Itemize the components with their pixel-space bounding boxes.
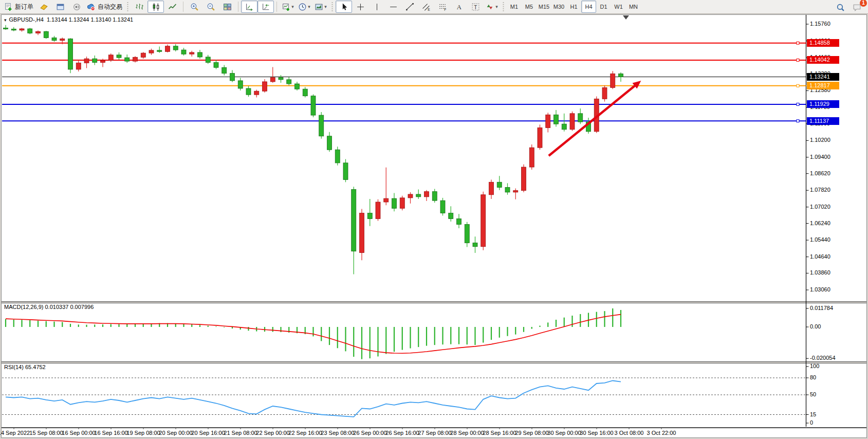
bar-chart-icon: [135, 3, 144, 11]
price-tick-label: 1.03060: [810, 286, 830, 292]
cursor-button[interactable]: [336, 1, 352, 13]
toolbar-right-group: 1: [832, 1, 865, 13]
price-tick-label: 1.05440: [810, 236, 830, 243]
trend-line-icon: [405, 3, 414, 11]
price-tick-label: 1.07820: [810, 187, 830, 193]
crosshair-button[interactable]: [352, 1, 368, 13]
new-order-label: 新订单: [15, 3, 33, 11]
new-chart-button[interactable]: ▾: [280, 1, 296, 13]
auto-scroll-icon: [245, 3, 254, 11]
new-order-button[interactable]: 新订单: [2, 1, 35, 13]
timeframe-M1-button[interactable]: M1: [507, 1, 522, 13]
styler-icon: [40, 3, 48, 11]
templates-icon: [315, 3, 323, 11]
auto-trading-icon: [87, 3, 96, 11]
horizontal-line-icon: [389, 3, 398, 11]
chart-title: ▾GBPUSD-,H4 1.13144 1.13244 1.13140 1.13…: [4, 16, 133, 23]
main-toolbar: 新订单自动交易▾▾▾EFAT▾M1M5M15M30H1H4D1W1MN: [0, 0, 868, 14]
text-button[interactable]: A: [451, 1, 467, 13]
timeframe-H1-button[interactable]: H1: [566, 1, 581, 13]
sound-icon: [72, 3, 81, 11]
price-badge: 1.14042: [807, 56, 839, 64]
new-order-icon: [4, 3, 13, 11]
period-button[interactable]: ▾: [296, 1, 312, 13]
text-icon: A: [455, 3, 464, 11]
zoom-out-button[interactable]: [202, 1, 219, 13]
timeframe-MN-button[interactable]: MN: [626, 1, 641, 13]
crosshair-icon: [356, 3, 365, 11]
toolbar-grip[interactable]: [126, 2, 129, 12]
arrows-button[interactable]: ▾: [484, 1, 500, 13]
price-tick-label: 1.04640: [810, 253, 830, 260]
macd-scale-zero: 0.00: [810, 323, 821, 330]
timeframe-M5-button[interactable]: M5: [522, 1, 537, 13]
vertical-line-button[interactable]: [368, 1, 385, 13]
market-watch-icon: [56, 3, 65, 11]
price-badge: 1.11929: [807, 100, 839, 108]
market-watch-button[interactable]: [52, 1, 68, 13]
toolbar-grip[interactable]: [331, 2, 334, 12]
equidistant-channel-button[interactable]: E: [418, 1, 434, 13]
trend-line-button[interactable]: [401, 1, 418, 13]
candlestick-chart-button[interactable]: [147, 1, 164, 13]
zoom-in-button[interactable]: [186, 1, 202, 13]
timeframe-D1-button[interactable]: D1: [596, 1, 611, 13]
bar-chart-button[interactable]: [131, 1, 147, 13]
price-tick-label: 1.08620: [810, 170, 830, 176]
horizontal-line-button[interactable]: [385, 1, 401, 13]
toolbar-separator: [183, 2, 183, 12]
timeframe-M15-button[interactable]: M15: [537, 1, 551, 13]
price-pane[interactable]: [2, 15, 866, 302]
rsi-scale-label: 15: [810, 411, 816, 417]
zoom-out-icon: [207, 3, 215, 11]
search-icon: [836, 3, 845, 12]
auto-trading-button[interactable]: 自动交易: [85, 1, 124, 13]
price-tick-label: 1.03860: [810, 269, 830, 276]
toolbar-grip[interactable]: [502, 2, 505, 12]
auto-scroll-button[interactable]: [241, 1, 257, 13]
dropdown-arrow-icon[interactable]: ▾: [495, 4, 498, 9]
templates-button[interactable]: ▾: [312, 1, 329, 13]
svg-text:T: T: [474, 4, 477, 10]
dropdown-arrow-icon[interactable]: ▾: [291, 4, 294, 9]
application-window: 新订单自动交易▾▾▾EFAT▾M1M5M15M30H1H4D1W1MN 1 ▾G…: [0, 0, 868, 439]
toolbar-separator: [276, 2, 277, 12]
macd-scale-min: -0.020054: [810, 355, 836, 361]
tile-windows-icon: [223, 3, 232, 11]
price-tick-label: 1.15760: [810, 21, 830, 27]
dropdown-arrow-icon[interactable]: ▾: [324, 4, 327, 9]
timeframe-M30-button[interactable]: M30: [551, 1, 566, 13]
timeframe-H4-button[interactable]: H4: [581, 1, 596, 13]
price-badge: 1.11137: [807, 117, 839, 125]
text-label-icon: T: [471, 3, 480, 11]
fibonacci-button[interactable]: F: [434, 1, 451, 13]
chart-shift-icon: [262, 3, 270, 11]
macd-label: MACD(12,26,9) 0.010337 0.007996: [4, 304, 94, 310]
price-tick-label: 1.07020: [810, 204, 830, 210]
text-label-button[interactable]: T: [467, 1, 484, 13]
macd-scale-max: 0.011784: [810, 305, 833, 311]
styler-button[interactable]: [35, 1, 52, 13]
tile-windows-button[interactable]: [219, 1, 235, 13]
rsi-scale-label: 0: [810, 419, 813, 426]
time-axis-label: 3 Oct 22:00: [641, 430, 682, 436]
cursor-icon: [340, 3, 348, 11]
candlestick-chart-icon: [152, 3, 160, 11]
macd-pane[interactable]: [2, 303, 866, 361]
notifications-button[interactable]: 1: [848, 1, 865, 13]
search-button[interactable]: [832, 1, 848, 13]
period-icon: [298, 3, 307, 11]
rsi-pane[interactable]: [2, 363, 866, 427]
ohlc-values: 1.13144 1.13244 1.13140 1.13241: [47, 16, 133, 23]
chevron-down-icon[interactable]: ▾: [4, 17, 7, 23]
price-tick-label: 1.10200: [810, 137, 830, 143]
dropdown-arrow-icon[interactable]: ▾: [308, 4, 310, 9]
chart-window[interactable]: [1, 14, 867, 438]
svg-text:F: F: [444, 7, 446, 11]
chart-shift-button[interactable]: [257, 1, 274, 13]
price-badge: 1.14858: [807, 39, 839, 47]
line-chart-button[interactable]: [164, 1, 180, 13]
timeframe-W1-button[interactable]: W1: [611, 1, 626, 13]
price-tick-label: 1.06240: [810, 220, 830, 226]
sound-button[interactable]: [68, 1, 85, 13]
